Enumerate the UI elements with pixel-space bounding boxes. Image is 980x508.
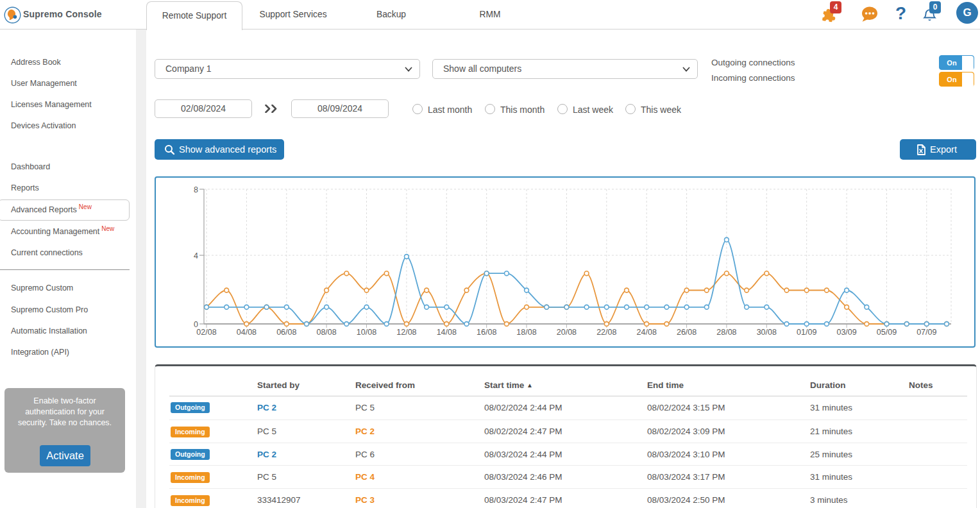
svg-text:02/08: 02/08 [196, 328, 216, 337]
svg-text:10/08: 10/08 [357, 328, 376, 337]
svg-text:03/09: 03/09 [836, 328, 856, 337]
svg-text:07/09: 07/09 [917, 328, 936, 337]
svg-text:30/08: 30/08 [757, 328, 777, 337]
svg-text:24/08: 24/08 [637, 328, 657, 337]
svg-text:06/08: 06/08 [276, 328, 296, 337]
svg-text:05/09: 05/09 [877, 328, 897, 337]
svg-text:22/08: 22/08 [596, 328, 616, 337]
svg-text:8: 8 [194, 185, 198, 194]
svg-text:18/08: 18/08 [516, 328, 536, 337]
svg-text:20/08: 20/08 [557, 328, 577, 337]
svg-text:04/08: 04/08 [237, 328, 257, 337]
svg-text:4: 4 [194, 251, 198, 260]
svg-text:28/08: 28/08 [716, 328, 736, 337]
svg-text:16/08: 16/08 [477, 328, 496, 337]
svg-text:12/08: 12/08 [396, 328, 416, 337]
svg-text:08/08: 08/08 [316, 328, 336, 337]
svg-text:01/09: 01/09 [797, 328, 816, 337]
svg-text:26/08: 26/08 [677, 328, 697, 337]
svg-text:14/08: 14/08 [437, 328, 457, 337]
